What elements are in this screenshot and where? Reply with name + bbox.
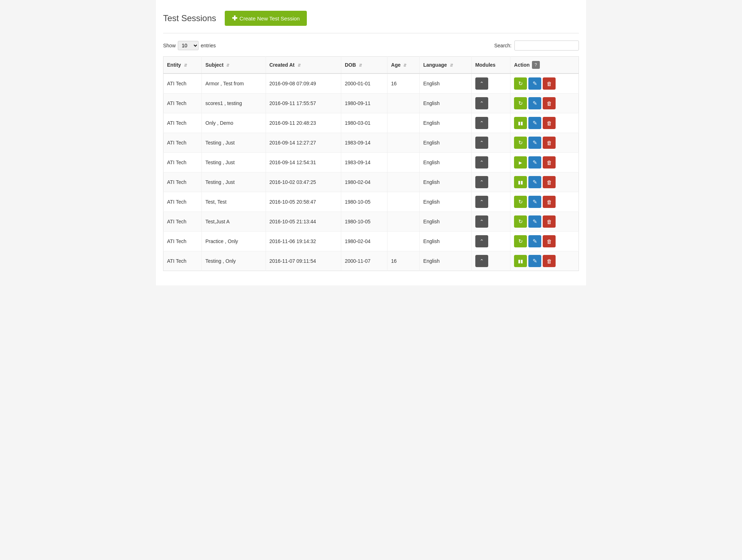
modules-expand-button[interactable]: ⌃	[475, 255, 488, 267]
page-title: Test Sessions	[163, 13, 216, 23]
cell-language: English	[419, 153, 471, 172]
create-test-session-button[interactable]: ✚ Create New Test Session	[225, 11, 307, 26]
cell-subject: Test,Just A	[202, 212, 266, 232]
cell-dob: 1980-02-04	[341, 172, 387, 192]
play-button[interactable]: ►	[514, 156, 527, 169]
cell-language: English	[419, 133, 471, 153]
edit-button[interactable]: ✎	[528, 176, 541, 188]
cell-action: ↻ ✎ 🗑	[510, 73, 579, 94]
cell-entity: ATI Tech	[163, 94, 202, 113]
cell-language: English	[419, 251, 471, 271]
cell-modules: ⌃	[471, 94, 510, 113]
cell-language: English	[419, 73, 471, 94]
cell-language: English	[419, 192, 471, 212]
table-row: ATI TechTesting , Just2016-10-02 03:47:2…	[163, 172, 579, 192]
edit-button[interactable]: ✎	[528, 215, 541, 228]
action-help-button[interactable]: ?	[532, 61, 540, 69]
table-header: Entity ⇵ Subject ⇵ Created At ⇵ DOB ⇵ Ag…	[163, 57, 579, 74]
col-created-at[interactable]: Created At ⇵	[266, 57, 341, 74]
modules-expand-button[interactable]: ⌃	[475, 156, 488, 169]
cell-dob: 1980-09-11	[341, 94, 387, 113]
show-label: Show	[163, 43, 176, 48]
cell-dob: 1980-10-05	[341, 212, 387, 232]
edit-button[interactable]: ✎	[528, 196, 541, 208]
col-language[interactable]: Language ⇵	[419, 57, 471, 74]
delete-button[interactable]: 🗑	[543, 137, 556, 149]
modules-expand-button[interactable]: ⌃	[475, 97, 488, 109]
cell-dob: 2000-01-01	[341, 73, 387, 94]
delete-button[interactable]: 🗑	[543, 196, 556, 208]
col-entity[interactable]: Entity ⇵	[163, 57, 202, 74]
delete-button[interactable]: 🗑	[543, 235, 556, 247]
delete-button[interactable]: 🗑	[543, 77, 556, 90]
edit-button[interactable]: ✎	[528, 235, 541, 247]
cell-created-at: 2016-09-11 20:48:23	[266, 113, 341, 133]
refresh-button[interactable]: ↻	[514, 196, 527, 208]
cell-dob: 1980-03-01	[341, 113, 387, 133]
cell-entity: ATI Tech	[163, 172, 202, 192]
cell-dob: 1980-10-05	[341, 192, 387, 212]
cell-age	[387, 192, 420, 212]
chart-button[interactable]: ▮▮	[514, 255, 527, 267]
cell-age: 16	[387, 73, 420, 94]
delete-button[interactable]: 🗑	[543, 255, 556, 267]
refresh-button[interactable]: ↻	[514, 137, 527, 149]
delete-button[interactable]: 🗑	[543, 156, 556, 169]
cell-modules: ⌃	[471, 251, 510, 271]
cell-modules: ⌃	[471, 113, 510, 133]
delete-button[interactable]: 🗑	[543, 215, 556, 228]
modules-expand-button[interactable]: ⌃	[475, 196, 488, 208]
cell-subject: scores1 , testing	[202, 94, 266, 113]
language-sort-icon: ⇵	[450, 63, 453, 68]
refresh-button[interactable]: ↻	[514, 235, 527, 247]
modules-expand-button[interactable]: ⌃	[475, 137, 488, 149]
cell-action: ► ✎ 🗑	[510, 153, 579, 172]
cell-age	[387, 94, 420, 113]
chart-button[interactable]: ▮▮	[514, 176, 527, 188]
delete-button[interactable]: 🗑	[543, 117, 556, 129]
edit-button[interactable]: ✎	[528, 117, 541, 129]
edit-button[interactable]: ✎	[528, 156, 541, 169]
refresh-button[interactable]: ↻	[514, 97, 527, 109]
modules-expand-button[interactable]: ⌃	[475, 77, 488, 90]
table-row: ATI TechTesting , Just2016-09-14 12:27:2…	[163, 133, 579, 153]
cell-subject: Only , Demo	[202, 113, 266, 133]
modules-expand-button[interactable]: ⌃	[475, 117, 488, 129]
modules-expand-button[interactable]: ⌃	[475, 176, 488, 188]
edit-button[interactable]: ✎	[528, 97, 541, 109]
chart-button[interactable]: ▮▮	[514, 117, 527, 129]
refresh-button[interactable]: ↻	[514, 215, 527, 228]
cell-entity: ATI Tech	[163, 251, 202, 271]
cell-action: ↻ ✎ 🗑	[510, 94, 579, 113]
cell-language: English	[419, 212, 471, 232]
col-dob[interactable]: DOB ⇵	[341, 57, 387, 74]
created-at-sort-icon: ⇵	[298, 63, 301, 68]
cell-action: ↻ ✎ 🗑	[510, 212, 579, 232]
cell-modules: ⌃	[471, 133, 510, 153]
show-entries-control: Show 10 25 50 100 entries	[163, 41, 216, 50]
modules-expand-button[interactable]: ⌃	[475, 215, 488, 228]
subject-sort-icon: ⇵	[226, 63, 229, 68]
cell-action: ↻ ✎ 🗑	[510, 192, 579, 212]
cell-age	[387, 153, 420, 172]
cell-action: ▮▮ ✎ 🗑	[510, 113, 579, 133]
col-age[interactable]: Age ⇵	[387, 57, 420, 74]
cell-modules: ⌃	[471, 73, 510, 94]
cell-age	[387, 133, 420, 153]
edit-button[interactable]: ✎	[528, 77, 541, 90]
modules-expand-button[interactable]: ⌃	[475, 235, 488, 247]
cell-entity: ATI Tech	[163, 212, 202, 232]
cell-subject: Practice , Only	[202, 232, 266, 251]
edit-button[interactable]: ✎	[528, 255, 541, 267]
cell-created-at: 2016-10-05 21:13:44	[266, 212, 341, 232]
cell-language: English	[419, 113, 471, 133]
refresh-button[interactable]: ↻	[514, 77, 527, 90]
search-input[interactable]	[514, 41, 579, 51]
entity-sort-icon: ⇵	[184, 63, 187, 68]
col-subject[interactable]: Subject ⇵	[202, 57, 266, 74]
entries-select[interactable]: 10 25 50 100	[178, 41, 199, 50]
edit-button[interactable]: ✎	[528, 137, 541, 149]
table-row: ATI TechPractice , Only2016-11-06 19:14:…	[163, 232, 579, 251]
delete-button[interactable]: 🗑	[543, 176, 556, 188]
delete-button[interactable]: 🗑	[543, 97, 556, 109]
